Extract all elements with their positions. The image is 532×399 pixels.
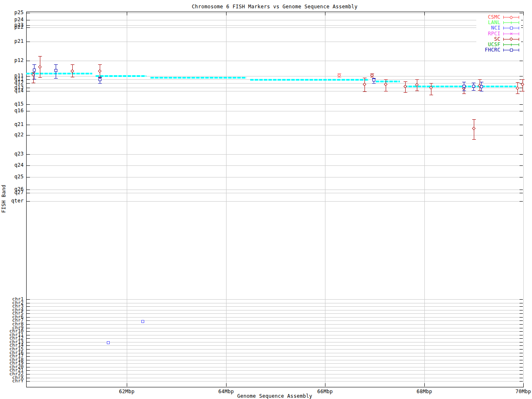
axis-tick-left [27, 349, 30, 350]
axis-tick-left [27, 190, 30, 190]
axis-tick-right [520, 193, 523, 193]
axis-tick-right [520, 303, 523, 303]
axis-tick-right [520, 76, 523, 76]
error-bar-cap [32, 79, 36, 79]
axis-tick-right [520, 363, 523, 364]
error-bar-cap [472, 139, 476, 140]
grid-line-h [27, 324, 523, 325]
grid-line-h [27, 320, 523, 321]
x-tick-label: 64Mbp [212, 389, 241, 394]
error-bar-cap [98, 64, 102, 65]
error-bar-cap [462, 82, 466, 82]
axis-tick-left [27, 177, 30, 177]
band-label: p21 [0, 39, 24, 44]
grid-line-h [27, 20, 523, 20]
axis-tick-right [520, 374, 523, 374]
error-bar-cap [472, 90, 475, 91]
grid-line-h [27, 310, 523, 310]
data-point-sc-marker [98, 69, 101, 72]
error-bar-cap [415, 79, 419, 80]
band-label: q22 [0, 133, 24, 137]
axis-tick-left [27, 299, 30, 300]
data-point-fhcrc-marker [463, 85, 466, 88]
error-bar [34, 64, 34, 79]
axis-tick-left [27, 345, 30, 346]
axis-tick-right [520, 324, 523, 325]
error-bar-cap [54, 64, 58, 65]
error-bar-cap [98, 83, 102, 84]
axis-tick-right [520, 299, 523, 300]
error-bar-cap [521, 91, 525, 91]
grid-line-h [27, 313, 523, 314]
axis-tick-left [27, 42, 30, 42]
legend-marker-diamond [510, 37, 513, 41]
axis-tick-right [520, 317, 523, 318]
error-bar-cap [462, 91, 466, 91]
error-bar-cap [480, 82, 483, 82]
grid-line-h [27, 345, 523, 346]
error-bar-cap [32, 83, 35, 83]
data-point-sc-marker [472, 127, 475, 130]
assembly-segment [150, 77, 246, 79]
legend-row: LANL+ [476, 20, 521, 25]
grid-line-h [27, 303, 523, 303]
axis-tick-left [27, 335, 30, 335]
axis-tick-left [27, 27, 30, 28]
axis-tick-right [520, 165, 523, 166]
band-label: q24 [0, 163, 24, 167]
error-bar-cap [462, 94, 466, 94]
grid-line-h [27, 111, 523, 111]
grid-line-h [27, 104, 523, 105]
error-bar-cap [478, 79, 482, 80]
error-bar-cap [71, 64, 74, 65]
grid-line-h [27, 374, 523, 374]
grid-line-h [27, 190, 523, 190]
error-bar-cap [38, 56, 42, 57]
axis-tick-right [520, 328, 523, 328]
axis-tick-left [27, 135, 30, 135]
grid-line-h [27, 342, 523, 342]
legend-marker-cross: × [509, 31, 513, 37]
grid-line-h [27, 154, 523, 155]
plot-area: p25p24p23p22p21p12p11q11q12q13q14q15q16q… [0, 0, 532, 399]
axis-tick-left [27, 342, 30, 342]
grid-line-v [523, 12, 524, 387]
legend-row: NCI [476, 25, 521, 31]
grid-line-h [27, 317, 523, 318]
axis-tick-left [27, 363, 30, 364]
grid-line-v [226, 12, 227, 387]
data-point-fhcrc-marker [472, 85, 475, 88]
axis-tick-right [520, 61, 523, 61]
axis-tick-right [520, 378, 523, 378]
axis-tick-left [27, 381, 30, 382]
axis-tick-left [27, 20, 30, 20]
error-bar-cap [384, 91, 388, 91]
axis-tick-left [27, 310, 30, 310]
data-point-fhcrc-marker [54, 69, 57, 72]
axis-tick-bottom [325, 383, 325, 387]
axis-tick-left [27, 111, 30, 111]
chr-label: chrY [0, 379, 24, 383]
error-bar-cap [98, 77, 102, 78]
band-label: p22 [0, 25, 24, 30]
grid-line-h [27, 356, 523, 357]
axis-tick-right [520, 313, 523, 314]
legend-label: UCSF [476, 42, 500, 47]
error-bar-cap [363, 78, 367, 78]
grid-line-h [27, 27, 523, 28]
axis-tick-right [520, 135, 523, 135]
grid-line-h [27, 381, 523, 382]
axis-tick-right [520, 320, 523, 321]
error-bar-cap [429, 95, 433, 95]
data-point-fhcrc-marker [99, 78, 101, 81]
grid-line-h [27, 338, 523, 339]
grid-line-h [27, 360, 523, 360]
axis-tick-left [27, 306, 30, 307]
x-tick-label: 62Mbp [112, 389, 141, 394]
axis-tick-left [27, 356, 30, 357]
legend-row: CSMC [476, 15, 521, 20]
axis-tick-left [27, 76, 30, 76]
error-bar-cap [415, 91, 419, 91]
axis-tick-left [27, 165, 30, 166]
error-bar-cap [404, 81, 407, 82]
